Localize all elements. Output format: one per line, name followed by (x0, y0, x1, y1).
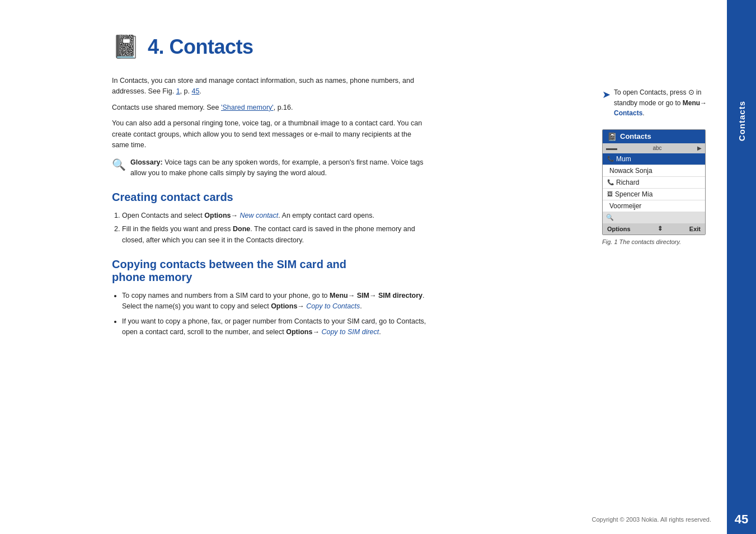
shared-memory-link[interactable]: 'Shared memory' (221, 104, 274, 111)
section-heading-creating: Creating contact cards (112, 191, 425, 204)
contact-name-spencer: Spencer Mia (615, 190, 652, 198)
phone-caption: Fig. 1 The contacts directory. (602, 238, 711, 246)
exit-label[interactable]: Exit (689, 226, 701, 232)
phone-search-bar: 🔍 (603, 212, 705, 223)
intro-para-3: You can also add a personal ringing tone… (112, 118, 425, 151)
phone-bottom-bar: Options ⇕ Exit (603, 223, 705, 235)
contacts-icon: 📓 (607, 132, 617, 141)
glossary-box: 🔍 Glossary: Voice tags can be any spoken… (112, 157, 425, 179)
intro-para-2: Contacts use shared memory. See 'Shared … (112, 102, 425, 113)
glossary-text: Glossary: Voice tags can be any spoken w… (130, 157, 425, 179)
phone-title-text: Contacts (620, 132, 651, 140)
copying-step-1: To copy names and numbers from a SIM car… (122, 291, 433, 312)
chapter-icon: 📓 (112, 34, 140, 60)
glossary-icon: 🔍 (112, 158, 126, 171)
phone-screenshot: 📓 Contacts ▬▬ abc ▶ 📞 Mum Nowack Sonja 📞… (602, 129, 706, 235)
contact-spencer: 🖼 Spencer Mia (603, 189, 705, 200)
contact-name-voormeijer: Voormeijer (609, 202, 641, 210)
options-label[interactable]: Options (607, 226, 631, 232)
contact-richard: 📞 Richard (603, 177, 705, 189)
contact-icon-mum: 📞 (607, 156, 614, 162)
contact-mum: 📞 Mum (603, 153, 705, 165)
creating-steps: Open Contacts and select Options→ New co… (122, 210, 433, 246)
page-number-box: 45 (727, 505, 756, 534)
copyright: Copyright © 2003 Nokia. All rights reser… (591, 516, 711, 523)
side-tab-label: Contacts (737, 101, 746, 141)
creating-step-1: Open Contacts and select Options→ New co… (122, 210, 433, 221)
chapter-title: 4. Contacts (148, 35, 253, 59)
info-arrow-icon: ➤ (602, 87, 611, 102)
info-text: To open Contacts, press ⊙ in standby mod… (614, 87, 711, 118)
copying-steps: To copy names and numbers from a SIM car… (122, 291, 433, 338)
creating-step-2: Fill in the fields you want and press Do… (122, 224, 433, 246)
main-content: 📓 4. Contacts In Contacts, you can store… (0, 0, 727, 534)
scroll-icon: ⇕ (658, 225, 663, 232)
page-link-45[interactable]: 45 (191, 87, 199, 95)
contact-nowack: Nowack Sonja (603, 165, 705, 177)
right-column: ➤ To open Contacts, press ⊙ in standby m… (602, 87, 711, 246)
contact-voormeijer: Voormeijer (603, 200, 705, 212)
side-tab: Contacts (727, 0, 756, 534)
page-number: 45 (735, 512, 748, 527)
contact-icon-spencer: 🖼 (607, 191, 613, 197)
phone-signal-bar: ▬▬ abc ▶ (603, 143, 705, 153)
copying-step-2: If you want to copy a phone, fax, or pag… (122, 316, 433, 338)
contact-name-nowack: Nowack Sonja (609, 167, 652, 175)
contact-icon-richard: 📞 (607, 179, 614, 185)
phone-contacts-list: 📞 Mum Nowack Sonja 📞 Richard 🖼 Spencer M… (603, 153, 705, 212)
contact-name-richard: Richard (616, 179, 639, 186)
phone-title-bar: 📓 Contacts (603, 130, 705, 143)
section-heading-copying: Copying contacts between the SIM card an… (112, 258, 425, 284)
chapter-heading: 📓 4. Contacts (112, 34, 682, 60)
intro-para-1: In Contacts, you can store and manage co… (112, 76, 425, 97)
contact-name-mum: Mum (616, 155, 631, 163)
info-box: ➤ To open Contacts, press ⊙ in standby m… (602, 87, 711, 118)
fig-link[interactable]: 1 (176, 87, 180, 95)
